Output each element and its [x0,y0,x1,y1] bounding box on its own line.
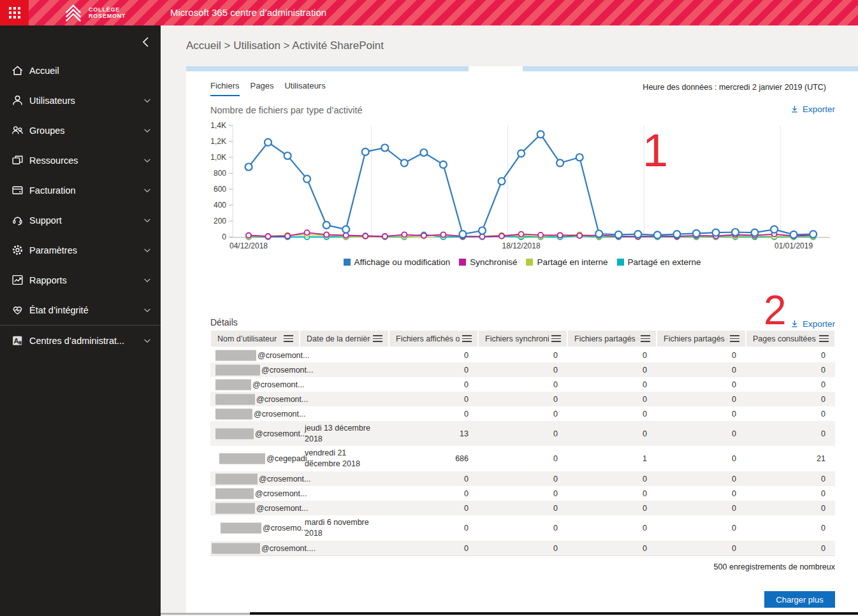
sidebar-nav: AccueilUtilisateursGroupesRessourcesFact… [0,55,161,355]
table-row[interactable]: @crosemont...00000 [210,501,835,515]
column-menu-icon[interactable] [730,335,739,342]
svg-text:1,2K: 1,2K [210,137,226,146]
sidebar-collapse-button[interactable] [136,33,156,51]
value-cell: 0 [478,380,558,389]
table-row[interactable]: @crosemont...00000 [210,377,835,392]
chevron-down-icon [143,336,152,345]
value-cell: 0 [746,504,825,513]
value-cell: 0 [478,351,558,360]
table-row[interactable]: @crosemont...00000 [210,348,835,362]
column-menu-icon[interactable] [462,335,472,342]
redacted-username-block [219,454,265,464]
export-table-link[interactable]: Exporter [790,319,835,329]
details-table: Nom d’utilisateurDate de la dernière ...… [210,331,835,555]
breadcrumb-item[interactable]: Accueil [186,39,221,52]
table-row[interactable]: @crosemont...00000 [210,362,835,377]
sidebar-item-label: Support [29,215,62,226]
export-chart-label: Exporter [803,104,835,114]
college-rosemont-logo: COLLÈGE ROSEMONT [62,1,126,24]
horizontal-scrollbar-thumb[interactable] [469,66,523,71]
sidebar-item-support[interactable]: Support [0,205,161,235]
tab-pages[interactable]: Pages [251,81,274,96]
value-cell: 0 [567,475,647,483]
settings-icon [11,243,24,257]
value-cell: 0 [478,410,558,419]
column-header[interactable]: Fichiers synchronisés [479,331,567,347]
sidebar-item-rapports[interactable]: Rapports [0,265,161,295]
value-cell: 0 [478,429,558,438]
legend-label: Partagé en externe [628,257,701,267]
column-menu-icon[interactable] [641,335,650,342]
value-cell: 0 [567,489,647,498]
value-cell: 0 [567,366,647,375]
sidebar-item-accueil[interactable]: Accueil [0,55,161,85]
column-menu-icon[interactable] [551,335,561,342]
sidebar-item-parametres[interactable]: Paramètres [0,235,161,265]
column-header-label: Fichiers affichés ou ... [396,334,460,343]
value-cell: 0 [389,351,469,360]
sidebar-item-etat-integrite[interactable]: État d’intégrité [0,295,161,325]
table-row[interactable]: @crosemo...mardi 6 novembre 201800000 [210,515,835,541]
column-menu-icon[interactable] [284,335,293,342]
column-header[interactable]: Fichiers affichés ou ... [389,331,477,347]
sidebar-item-label: Groupes [29,125,65,136]
breadcrumb-item[interactable]: Activité SharePoint [292,39,384,52]
svg-text:800: 800 [214,169,226,178]
table-row[interactable]: @crosemont...00000 [210,392,835,406]
bottom-edge-gray [161,613,250,615]
legend-swatch [459,259,466,266]
column-menu-icon[interactable] [373,335,382,342]
bottom-edge-black [250,612,858,615]
svg-text:18/12/2018: 18/12/2018 [502,241,541,250]
table-row[interactable]: @crosemont...00000 [210,486,835,501]
table-row[interactable]: @crosemont....00000 [210,541,835,555]
chart-legend: Affichage ou modificationSynchroniséPart… [186,257,858,267]
data-time-label: Heure des données : mercredi 2 janvier 2… [643,83,826,92]
load-more-button[interactable]: Charger plus [764,591,835,608]
topbar: COLLÈGE ROSEMONT Microsoft 365 centre d’… [0,0,858,25]
value-cell: 0 [657,454,736,463]
table-bottom-divider [210,555,835,556]
sidebar-item-centres-administration[interactable]: ACentres d’administrat... [0,326,161,355]
svg-text:01/01/2019: 01/01/2019 [774,241,813,250]
tab-utilisateurs[interactable]: Utilisateurs [284,81,325,96]
sidebar-item-facturation[interactable]: Facturation [0,175,161,205]
redacted-username-block [215,394,255,405]
column-header[interactable]: Fichiers partagés en ... [657,331,745,347]
table-row[interactable]: @crosemont...00000 [210,406,835,421]
sidebar-item-ressources[interactable]: Ressources [0,145,161,175]
username-cell: @crosemont... [261,366,313,375]
chevron-down-icon [143,276,152,285]
table-row[interactable]: @crosemont...jeudi 13 décembre 201813000… [210,421,835,446]
app-launcher-button[interactable] [0,0,29,25]
record-count-label: 500 enregistrements de nombreux [714,562,835,571]
value-cell: 0 [389,410,469,419]
sidebar-item-label: Facturation [29,185,76,196]
column-header[interactable]: Pages consultées [746,331,834,347]
svg-text:A: A [13,337,18,345]
breadcrumb-item[interactable]: Utilisation [233,39,280,52]
export-chart-link[interactable]: Exporter [790,104,835,114]
tab-fichiers[interactable]: Fichiers [210,81,240,96]
column-menu-icon[interactable] [819,335,829,342]
value-cell: 0 [746,380,825,389]
table-row[interactable]: @cegepadi...vendredi 21 décembre 2018686… [210,446,835,471]
column-header[interactable]: Fichiers partagés en ... [568,331,656,347]
redacted-username-block [215,350,256,361]
column-header[interactable]: Date de la dernière ... [300,331,388,347]
column-header[interactable]: Nom d’utilisateur [211,331,299,347]
value-cell: 13 [389,429,469,438]
sidebar-item-utilisateurs[interactable]: Utilisateurs [0,85,161,115]
sidebar-item-label: Rapports [29,275,67,285]
sidebar: AccueilUtilisateursGroupesRessourcesFact… [0,25,161,616]
redacted-username-block [215,408,252,419]
sidebar-item-groupes[interactable]: Groupes [0,115,161,145]
column-header-label: Date de la dernière ... [307,334,370,343]
value-cell: 0 [567,504,647,513]
chevron-down-icon [143,216,152,225]
table-row[interactable]: @crosemont...00000 [210,471,835,486]
value-cell: 0 [657,475,736,483]
legend-item: Affichage ou modification [344,257,451,267]
svg-text:1,4K: 1,4K [210,121,226,130]
chevron-down-icon [143,156,152,165]
